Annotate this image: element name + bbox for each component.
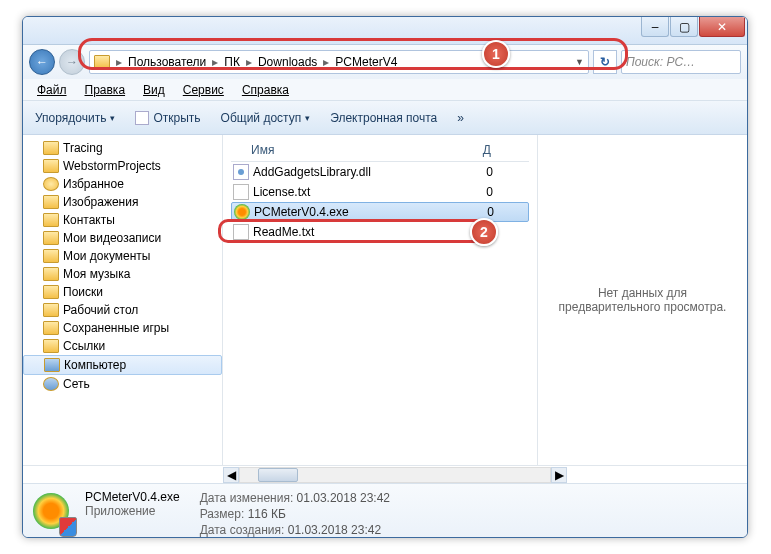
refresh-button[interactable]: ↻ bbox=[593, 50, 617, 74]
menu-bar: Файл Правка Вид Сервис Справка bbox=[23, 79, 747, 101]
preview-text: Нет данных для предварительного просмотр… bbox=[548, 286, 737, 314]
star-icon bbox=[43, 177, 59, 191]
nav-back-button[interactable]: ← bbox=[29, 49, 55, 75]
crumb-downloads[interactable]: Downloads bbox=[254, 55, 321, 69]
file-row[interactable]: License.txt0 bbox=[231, 182, 529, 202]
horizontal-scrollbar[interactable]: ◀ ▶ bbox=[23, 465, 747, 483]
organize-button[interactable]: Упорядочить▾ bbox=[29, 109, 121, 127]
folder-icon bbox=[43, 303, 59, 317]
folder-icon bbox=[94, 55, 110, 69]
address-dropdown-icon[interactable]: ▼ bbox=[575, 57, 584, 67]
menu-edit[interactable]: Правка bbox=[77, 81, 134, 99]
header-date[interactable]: Д bbox=[451, 143, 491, 157]
tree-item[interactable]: Мои видеозаписи bbox=[23, 229, 222, 247]
menu-view[interactable]: Вид bbox=[135, 81, 173, 99]
tree-item[interactable]: Моя музыка bbox=[23, 265, 222, 283]
chevron-down-icon: ▾ bbox=[110, 113, 115, 123]
status-filename: PCMeterV0.4.exe bbox=[85, 490, 180, 504]
scroll-track[interactable] bbox=[239, 467, 551, 483]
tree-item[interactable]: Компьютер bbox=[23, 355, 222, 375]
size-value: 116 КБ bbox=[248, 507, 286, 521]
file-list[interactable]: Имя Д AddGadgetsLibrary.dll0License.txt0… bbox=[223, 135, 537, 465]
explorer-window: – ▢ ✕ ← → ▸ Пользователи ▸ ПК ▸ Download… bbox=[22, 16, 748, 538]
preview-pane: Нет данных для предварительного просмотр… bbox=[537, 135, 747, 465]
list-header[interactable]: Имя Д bbox=[231, 139, 529, 162]
file-list-area: Имя Д AddGadgetsLibrary.dll0License.txt0… bbox=[223, 135, 747, 465]
crumb-pc[interactable]: ПК bbox=[220, 55, 244, 69]
file-col2: 0 bbox=[453, 225, 493, 239]
folder-icon bbox=[43, 213, 59, 227]
tree-item-label: Мои видеозаписи bbox=[63, 231, 161, 245]
file-name: AddGadgetsLibrary.dll bbox=[253, 165, 453, 179]
folder-icon bbox=[43, 159, 59, 173]
file-name: PCMeterV0.4.exe bbox=[254, 205, 454, 219]
minimize-button[interactable]: – bbox=[641, 17, 669, 37]
menu-tools[interactable]: Сервис bbox=[175, 81, 232, 99]
tree-item-label: Сохраненные игры bbox=[63, 321, 169, 335]
open-button[interactable]: Открыть bbox=[129, 109, 206, 127]
file-name: License.txt bbox=[253, 185, 453, 199]
refresh-icon: ↻ bbox=[600, 55, 610, 69]
folder-icon bbox=[43, 141, 59, 155]
file-row[interactable]: PCMeterV0.4.exe0 bbox=[231, 202, 529, 222]
file-col2: 0 bbox=[454, 205, 494, 219]
close-icon: ✕ bbox=[717, 20, 727, 34]
chevron-down-icon: ▾ bbox=[305, 113, 310, 123]
tree-item-label: Поиски bbox=[63, 285, 103, 299]
chevron-right-icon: ▸ bbox=[114, 55, 124, 69]
size-label: Размер: bbox=[200, 507, 245, 521]
file-row[interactable]: AddGadgetsLibrary.dll0 bbox=[231, 162, 529, 182]
details-pane: PCMeterV0.4.exe Приложение Дата изменени… bbox=[23, 483, 747, 538]
menu-file[interactable]: Файл bbox=[29, 81, 75, 99]
more-icon: » bbox=[457, 111, 464, 125]
file-row[interactable]: ReadMe.txt0 bbox=[231, 222, 529, 242]
folder-icon bbox=[43, 231, 59, 245]
chevron-right-icon: ▸ bbox=[210, 55, 220, 69]
folder-icon bbox=[43, 285, 59, 299]
crumb-users[interactable]: Пользователи bbox=[124, 55, 210, 69]
menu-help[interactable]: Справка bbox=[234, 81, 297, 99]
email-button[interactable]: Электронная почта bbox=[324, 109, 443, 127]
tree-item[interactable]: Сеть bbox=[23, 375, 222, 393]
chevron-right-icon: ▸ bbox=[321, 55, 331, 69]
tree-item-label: Контакты bbox=[63, 213, 115, 227]
tree-item[interactable]: WebstormProjects bbox=[23, 157, 222, 175]
folder-icon bbox=[43, 321, 59, 335]
scroll-thumb[interactable] bbox=[258, 468, 298, 482]
scroll-left-button[interactable]: ◀ bbox=[223, 467, 239, 483]
tree-item[interactable]: Мои документы bbox=[23, 247, 222, 265]
tree-item[interactable]: Избранное bbox=[23, 175, 222, 193]
tree-item[interactable]: Контакты bbox=[23, 211, 222, 229]
toolbar: Упорядочить▾ Открыть Общий доступ▾ Элект… bbox=[23, 101, 747, 135]
share-button[interactable]: Общий доступ▾ bbox=[215, 109, 317, 127]
maximize-icon: ▢ bbox=[679, 20, 690, 34]
txt-file-icon bbox=[233, 224, 249, 240]
address-bar[interactable]: ▸ Пользователи ▸ ПК ▸ Downloads ▸ PCMete… bbox=[89, 50, 589, 74]
content-area: TracingWebstormProjectsИзбранноеИзображе… bbox=[23, 135, 747, 465]
folder-icon bbox=[43, 267, 59, 281]
net-icon bbox=[43, 377, 59, 391]
tree-item[interactable]: Изображения bbox=[23, 193, 222, 211]
tree-item-label: WebstormProjects bbox=[63, 159, 161, 173]
nav-forward-button[interactable]: → bbox=[59, 49, 85, 75]
more-button[interactable]: » bbox=[451, 109, 470, 127]
tree-item-label: Tracing bbox=[63, 141, 103, 155]
arrow-right-icon: → bbox=[66, 55, 78, 69]
tree-item[interactable]: Ссылки bbox=[23, 337, 222, 355]
folder-tree[interactable]: TracingWebstormProjectsИзбранноеИзображе… bbox=[23, 135, 223, 465]
close-button[interactable]: ✕ bbox=[699, 17, 745, 37]
file-col2: 0 bbox=[453, 165, 493, 179]
scroll-right-button[interactable]: ▶ bbox=[551, 467, 567, 483]
tree-item[interactable]: Рабочий стол bbox=[23, 301, 222, 319]
header-name[interactable]: Имя bbox=[231, 143, 451, 157]
comp-icon bbox=[44, 358, 60, 372]
tree-item[interactable]: Сохраненные игры bbox=[23, 319, 222, 337]
tree-item-label: Избранное bbox=[63, 177, 124, 191]
file-type-icon bbox=[33, 493, 75, 535]
tree-item[interactable]: Поиски bbox=[23, 283, 222, 301]
maximize-button[interactable]: ▢ bbox=[670, 17, 698, 37]
search-input[interactable]: Поиск: PC… bbox=[621, 50, 741, 74]
tree-item[interactable]: Tracing bbox=[23, 139, 222, 157]
crumb-pcmeterv4[interactable]: PCMeterV4 bbox=[331, 55, 401, 69]
breadcrumb: ▸ Пользователи ▸ ПК ▸ Downloads ▸ PCMete… bbox=[114, 55, 401, 69]
